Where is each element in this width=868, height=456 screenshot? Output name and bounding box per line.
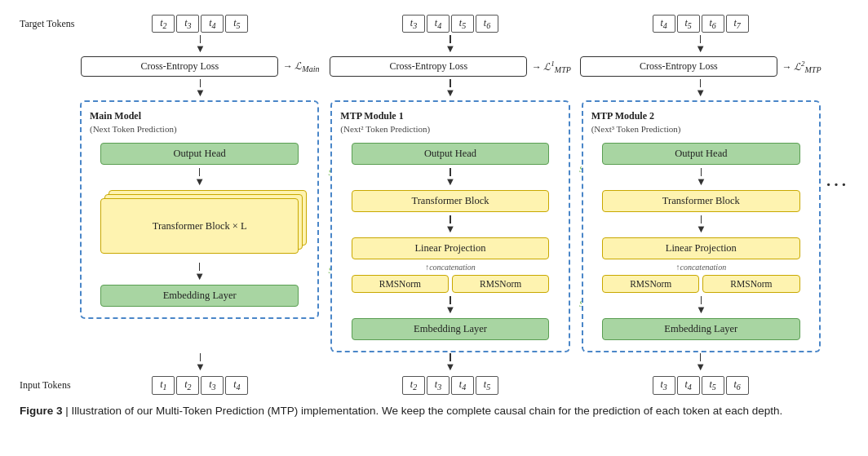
ellipsis-text: … [825,166,848,192]
main-model-title: Main Model [90,110,141,122]
mtp2-rmsnorm1: RMSNorm [602,275,699,293]
main-down-arrow3: ▼ [195,353,206,372]
token-t5-main: t5 [225,15,248,33]
mtp1-output-head-text: Output Head [424,148,476,159]
main-transformer-text: Transformer Block × L [153,220,247,232]
main-loss-label: → ℒMain [282,60,319,73]
mtp2-input-tokens: t3 t4 t5 t6 [577,376,824,394]
mtp1-linear-text: Linear Projection [414,242,485,254]
input-t4-mtp1: t4 [451,376,474,394]
mtp2-embedding-text: Embedding Layer [664,323,737,334]
input-t2-mtp1: t2 [402,376,425,394]
mtp1-target-tokens: t3 t4 t5 t6 [327,15,574,33]
main-model-subtitle: (Next Token Prediction) [90,124,177,134]
target-tokens-label: Target Tokens [20,15,77,33]
input-t3-main: t3 [201,376,224,394]
arrow-transformer-embed-main: ▼ [194,263,205,281]
main-model-col: Main Model (Next Token Prediction) Outpu… [80,100,319,319]
mtp2-loss-text: Cross-Entropy Loss [640,60,718,72]
arrow-head-transformer-mtp1: ▼ [445,168,456,187]
token-t3-main: t3 [176,15,199,33]
arrow-rmsnorm-embed-mtp2: ▼ [696,296,706,315]
main-target-tokens: t2 t3 t4 t5 [77,15,324,33]
diagram-section: Target Tokens t2 t3 t4 t5 t3 t4 t5 t6 t4… [20,15,848,395]
mtp2-loss-box: Cross-Entropy Loss [580,56,777,77]
mtp2-linear: Linear Projection [602,237,799,259]
input-t4-main: t4 [225,376,248,394]
main-loss-box: Cross-Entropy Loss [81,56,278,77]
mtp1-box: MTP Module 1 (Next² Token Prediction) Ou… [330,100,569,352]
mtp2-rmsnorm2-text: RMSNorm [730,279,772,289]
input-t3-mtp1: t3 [427,376,450,394]
main-transformer-block: Transformer Block × L [100,198,298,254]
mtp2-arrow-down3: ▼ [577,352,824,373]
arrows-modules-to-input: ▼ ▼ ▼ [20,352,848,373]
mtp1-subtitle: (Next² Token Prediction) [340,124,430,134]
mtp1-loss-text: Cross-Entropy Loss [389,60,467,72]
mtp2-title: MTP Module 2 [591,110,654,122]
arrow-output-transformer-main: ▼ [194,168,205,187]
mtp1-linear: Linear Projection [352,237,549,259]
caption-separator: | [63,405,72,417]
input-t6-mtp2: t6 [726,376,749,394]
arrows-loss-to-modules: ▼ ▼ ▼ [20,78,848,99]
main-model-box: Main Model (Next Token Prediction) Outpu… [80,100,319,319]
main-loss-col: Cross-Entropy Loss → ℒMain [77,56,324,77]
mtp2-transformer-text: Transformer Block [662,195,740,206]
input-tokens-label: Input Tokens [20,379,71,392]
mtp1-arrow-down3: ▼ [327,352,574,373]
mtp2-down-arrow2: ▼ [695,79,706,98]
token-t6-mtp1: t6 [476,15,498,33]
modules-row: Main Model (Next Token Prediction) Outpu… [20,100,848,352]
mtp2-transformer: Transformer Block [602,190,799,212]
mtp1-concat-label: ↑concatenation [425,263,476,272]
mtp1-loss-col: Cross-Entropy Loss → ℒ1MTP [327,56,574,77]
main-arrow-down2: ▼ [77,78,324,99]
mtp2-down-arrow: ▼ [695,35,706,54]
mtp1-down-arrow: ▼ [445,35,456,54]
mtp2-embedding: Embedding Layer [602,318,799,340]
mtp1-output-head: Output Head [352,143,549,165]
input-t4-mtp2: t4 [677,376,700,394]
token-t4-main: t4 [201,15,224,33]
mtp2-output-head-text: Output Head [675,148,727,159]
main-input-tokens: t1 t2 t3 t4 [77,376,324,394]
mtp2-linear-text: Linear Projection [666,242,737,254]
mtp2-rmsnorm-row: RMSNorm RMSNorm [602,275,799,293]
input-t5-mtp2: t5 [702,376,724,394]
arrows-to-loss: ▼ ▼ ▼ [20,34,848,55]
mtp1-concat-text: ↑concatenation [425,263,476,272]
mtp1-rmsnorm-row: RMSNorm RMSNorm [352,275,549,293]
arrow-rmsnorm-embed-mtp1: ▼ [445,296,456,315]
mtp2-loss-label: → ℒ2MTP [782,60,822,74]
mtp1-col: MTP Module 1 (Next² Token Prediction) Ou… [330,100,569,352]
mtp1-rmsnorm1-text: RMSNorm [379,279,421,289]
mtp2-target-tokens: t4 t5 t6 t7 [577,15,824,33]
mtp1-transformer: Transformer Block [352,190,549,212]
mtp1-transformer-text: Transformer Block [411,195,489,206]
main-down-arrow2: ▼ [195,79,206,98]
figure-caption: Figure 3 | Illustration of our Multi-Tok… [20,403,848,419]
input-t2-main: t2 [176,376,199,394]
mtp2-box: MTP Module 2 (Next³ Token Prediction) Ou… [582,100,821,352]
token-t5-mtp2: t5 [677,15,700,33]
arrow-transformer-linear-mtp1: ▼ [445,215,456,234]
arrow-transformer-linear-mtp2: ▼ [696,215,706,234]
target-label-text: Target Tokens [20,18,75,30]
main-down-arrow: ▼ [195,35,206,54]
caption-text: Illustration of our Multi-Token Predicti… [72,405,783,417]
mtp2-concat-text: ↑concatenation [675,263,726,272]
mtp1-rmsnorm1: RMSNorm [352,275,449,293]
bottom-tokens-area: Input Tokens t1 t2 t3 t4 t2 t3 t4 t5 t3 … [20,376,848,394]
mtp2-output-head: Output Head [602,143,799,165]
mtp1-embedding-text: Embedding Layer [414,323,487,334]
token-t2-main: t2 [152,15,175,33]
input-t3-mtp2: t3 [653,376,675,394]
mtp1-embedding: Embedding Layer [352,318,549,340]
top-tokens-area: Target Tokens t2 t3 t4 t5 t3 t4 t5 t6 t4… [20,15,848,33]
token-t7-mtp2: t7 [726,15,749,33]
token-t4-mtp2: t4 [653,15,675,33]
main-arrow-down: ▼ [77,34,324,55]
main-embedding: Embedding Layer [100,285,298,307]
main-output-head-text: Output Head [174,148,226,159]
